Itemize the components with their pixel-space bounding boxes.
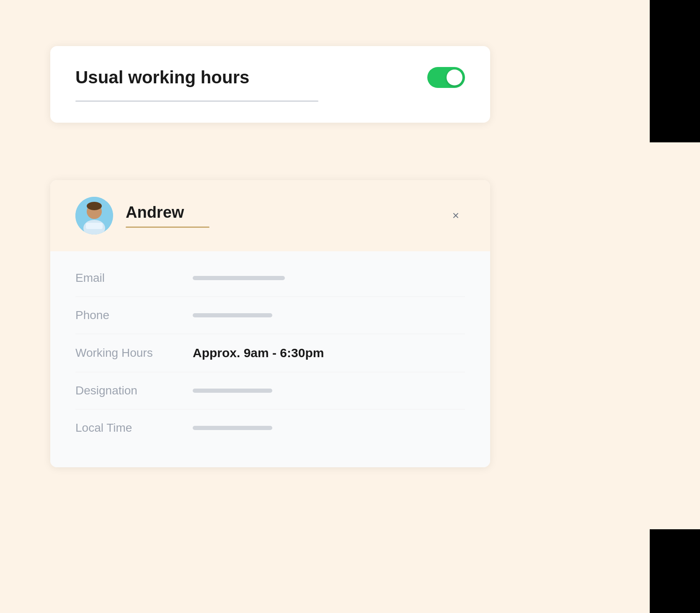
phone-label: Phone <box>75 309 193 322</box>
svg-rect-4 <box>86 223 103 229</box>
working-hours-title: Usual working hours <box>75 67 249 88</box>
svg-point-3 <box>87 202 102 210</box>
close-button[interactable]: × <box>447 206 465 225</box>
profile-name: Andrew <box>126 203 209 222</box>
profile-name-section: Andrew <box>126 203 209 228</box>
avatar <box>75 197 113 234</box>
corner-decoration-bottom <box>650 529 700 613</box>
designation-value <box>193 389 272 393</box>
phone-value <box>193 313 272 317</box>
email-label: Email <box>75 271 193 285</box>
profile-header-left: Andrew <box>75 197 209 234</box>
working-hours-toggle[interactable] <box>427 67 465 88</box>
local-time-label: Local Time <box>75 421 193 435</box>
profile-body: Email Phone Working Hours Approx. 9am - … <box>50 251 490 467</box>
profile-name-underline <box>126 227 209 228</box>
working-hours-divider <box>75 100 318 102</box>
profile-header: Andrew × <box>50 180 490 251</box>
profile-row-working-hours: Working Hours Approx. 9am - 6:30pm <box>75 334 465 372</box>
profile-card: Andrew × Email Phone Working Hours Appro… <box>50 180 490 467</box>
working-hours-header: Usual working hours <box>75 67 465 88</box>
toggle-thumb <box>447 70 462 85</box>
profile-row-designation: Designation <box>75 372 465 410</box>
toggle-track <box>427 67 465 88</box>
designation-label: Designation <box>75 384 193 397</box>
email-value <box>193 276 285 280</box>
profile-row-local-time: Local Time <box>75 410 465 446</box>
local-time-value <box>193 426 272 430</box>
profile-row-email: Email <box>75 260 465 297</box>
profile-row-phone: Phone <box>75 297 465 334</box>
working-hours-card: Usual working hours <box>50 46 490 123</box>
corner-decoration-top <box>650 0 700 142</box>
working-hours-value: Approx. 9am - 6:30pm <box>193 346 324 360</box>
working-hours-label: Working Hours <box>75 346 193 360</box>
